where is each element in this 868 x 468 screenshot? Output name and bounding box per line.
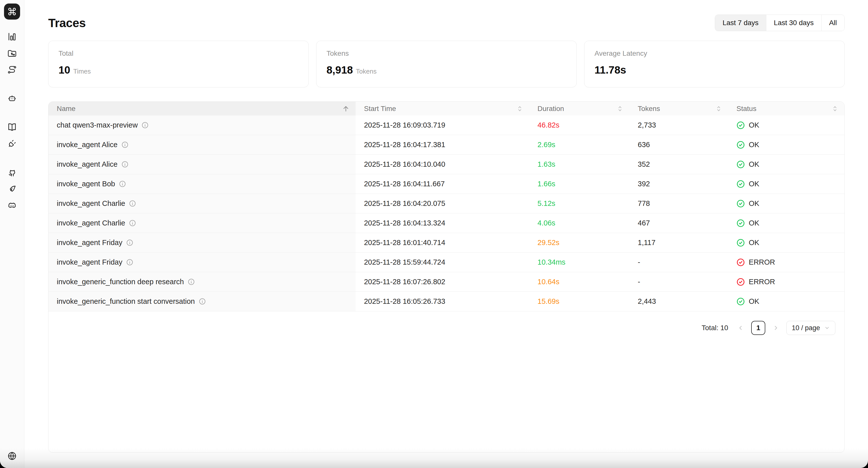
info-icon[interactable]	[199, 298, 206, 305]
start-time-cell: 2025-11-28 16:04:20.075	[355, 194, 529, 213]
traces-table: Name Start Time Durati	[49, 102, 844, 311]
tokens-cell: 352	[629, 155, 728, 174]
trace-name: invoke_generic_function start conversati…	[57, 297, 195, 306]
filter-all[interactable]: All	[821, 15, 844, 31]
sort-caret-icon	[715, 105, 722, 113]
table-row[interactable]: invoke_agent Bob 2025-11-28 16:04:11.667…	[49, 174, 844, 194]
table-row[interactable]: invoke_agent Friday 2025-11-28 16:01:40.…	[49, 233, 844, 253]
filter-last-30-days[interactable]: Last 30 days	[766, 15, 821, 31]
column-header-duration[interactable]: Duration	[529, 102, 629, 116]
table-row[interactable]: invoke_generic_function deep research 20…	[49, 272, 844, 292]
prev-page-button[interactable]	[736, 321, 746, 335]
route-icon[interactable]	[6, 64, 18, 75]
status-badge: OK	[736, 239, 838, 247]
column-header-start-time[interactable]: Start Time	[355, 102, 529, 116]
status-check-circle-icon	[736, 239, 745, 247]
status-badge: OK	[736, 297, 838, 306]
status-check-circle-icon	[736, 278, 745, 286]
table-row[interactable]: chat qwen3-max-preview 2025-11-28 16:09:…	[49, 116, 844, 135]
trace-name: invoke_agent Bob	[57, 180, 115, 188]
duration-value: 10.64s	[537, 278, 559, 286]
status-label: OK	[749, 239, 759, 247]
wing-icon[interactable]	[6, 183, 18, 194]
column-header-tokens[interactable]: Tokens	[629, 102, 728, 116]
start-time-cell: 2025-11-28 15:59:44.724	[355, 253, 529, 272]
status-label: OK	[749, 297, 759, 306]
book-icon[interactable]	[6, 122, 18, 132]
status-label: OK	[749, 160, 759, 168]
info-icon[interactable]	[142, 122, 149, 129]
stat-label: Average Latency	[594, 50, 834, 58]
info-icon[interactable]	[129, 219, 136, 227]
page-header: Traces Last 7 days Last 30 days All	[48, 14, 845, 32]
stat-card-tokens: Tokens 8,918 Tokens	[316, 41, 577, 87]
page-size-select[interactable]: 10 / page	[786, 321, 835, 335]
duration-value: 5.12s	[537, 199, 555, 208]
stat-card-total: Total 10 Times	[48, 41, 309, 87]
bar-chart-icon[interactable]	[6, 31, 18, 42]
app-logo-command-icon[interactable]	[4, 3, 20, 20]
start-time-cell: 2025-11-28 16:04:11.667	[355, 174, 529, 194]
trace-name: chat qwen3-max-preview	[57, 121, 137, 129]
duration-value: 4.06s	[537, 219, 555, 227]
info-icon[interactable]	[188, 278, 195, 285]
plug-icon[interactable]	[6, 138, 18, 149]
stat-label: Total	[59, 50, 299, 58]
stat-value: 11.78s	[594, 64, 626, 76]
status-check-circle-icon	[736, 160, 745, 169]
column-header-status[interactable]: Status	[728, 102, 844, 116]
table-row[interactable]: invoke_generic_function start conversati…	[49, 292, 844, 311]
app-window: Traces Last 7 days Last 30 days All Tota…	[0, 0, 868, 468]
tokens-cell: 1,117	[629, 233, 728, 253]
traces-table-card: Name Start Time Durati	[48, 101, 845, 453]
tokens-cell: 778	[629, 194, 728, 213]
tokens-cell: 2,443	[629, 292, 728, 311]
github-icon[interactable]	[6, 167, 18, 178]
trace-name: invoke_agent Friday	[57, 258, 122, 267]
trace-name: invoke_generic_function deep research	[57, 278, 184, 286]
info-icon[interactable]	[129, 200, 136, 207]
start-time-cell: 2025-11-28 16:01:40.714	[355, 233, 529, 253]
status-label: OK	[749, 121, 759, 129]
trace-name: invoke_agent Friday	[57, 239, 122, 247]
globe-icon[interactable]	[6, 450, 18, 462]
table-row[interactable]: invoke_agent Charlie 2025-11-28 16:04:20…	[49, 194, 844, 213]
info-icon[interactable]	[119, 180, 126, 188]
status-label: ERROR	[749, 258, 775, 267]
table-row[interactable]: invoke_agent Alice 2025-11-28 16:04:10.0…	[49, 155, 844, 174]
next-page-button[interactable]	[771, 321, 781, 335]
info-icon[interactable]	[121, 161, 129, 168]
status-check-circle-icon	[736, 258, 745, 267]
status-check-circle-icon	[736, 297, 745, 306]
tokens-cell: -	[629, 272, 728, 292]
table-row[interactable]: invoke_agent Charlie 2025-11-28 16:04:13…	[49, 213, 844, 233]
status-badge: ERROR	[736, 278, 838, 286]
trace-name: invoke_agent Charlie	[57, 219, 125, 227]
stats-row: Total 10 Times Tokens 8,918 Tokens Avera…	[48, 41, 845, 87]
status-badge: OK	[736, 121, 838, 130]
table-row[interactable]: invoke_agent Alice 2025-11-28 16:04:17.3…	[49, 135, 844, 155]
status-badge: OK	[736, 199, 838, 208]
status-label: OK	[749, 219, 759, 227]
status-check-circle-icon	[736, 180, 745, 188]
discord-icon[interactable]	[6, 200, 18, 211]
current-page-button[interactable]: 1	[751, 321, 765, 335]
table-row[interactable]: invoke_agent Friday 2025-11-28 15:59:44.…	[49, 253, 844, 272]
status-label: ERROR	[749, 278, 775, 286]
folder-code-icon[interactable]	[6, 48, 18, 59]
start-time-cell: 2025-11-28 16:05:26.733	[355, 292, 529, 311]
status-badge: OK	[736, 219, 838, 227]
info-icon[interactable]	[126, 239, 133, 246]
status-label: OK	[749, 180, 759, 188]
trace-name: invoke_agent Charlie	[57, 199, 125, 208]
stat-unit: Times	[73, 67, 91, 75]
filter-last-7-days[interactable]: Last 7 days	[715, 15, 766, 31]
info-icon[interactable]	[126, 259, 133, 266]
info-icon[interactable]	[121, 141, 129, 148]
stat-value: 8,918	[327, 64, 353, 76]
main-content: Traces Last 7 days Last 30 days All Tota…	[24, 0, 868, 468]
column-header-name[interactable]: Name	[49, 102, 355, 116]
status-check-circle-icon	[736, 121, 745, 130]
robot-icon[interactable]	[6, 93, 18, 104]
trace-name: invoke_agent Alice	[57, 141, 118, 149]
